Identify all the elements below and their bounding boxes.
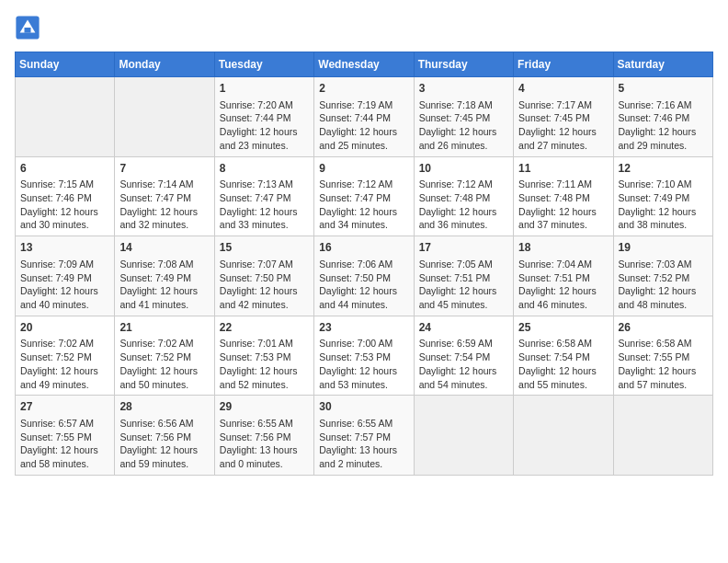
calendar-cell: 10Sunrise: 7:12 AMSunset: 7:48 PMDayligh…: [414, 156, 513, 236]
calendar-cell: 9Sunrise: 7:12 AMSunset: 7:47 PMDaylight…: [314, 156, 414, 236]
logo: [15, 15, 44, 40]
day-number: 5: [619, 81, 708, 97]
calendar-cell: 2Sunrise: 7:19 AMSunset: 7:44 PMDaylight…: [314, 77, 414, 157]
day-header-monday: Monday: [115, 52, 214, 77]
page-header: [15, 15, 713, 40]
calendar-cell: 3Sunrise: 7:18 AMSunset: 7:45 PMDaylight…: [414, 77, 513, 157]
day-number: 23: [319, 320, 408, 336]
calendar-cell: 16Sunrise: 7:06 AMSunset: 7:50 PMDayligh…: [314, 236, 414, 316]
day-number: 8: [220, 161, 309, 177]
calendar-body: 1Sunrise: 7:20 AMSunset: 7:44 PMDaylight…: [16, 77, 713, 476]
calendar-cell: 29Sunrise: 6:55 AMSunset: 7:56 PMDayligh…: [214, 396, 313, 476]
day-header-thursday: Thursday: [414, 52, 513, 77]
day-header-friday: Friday: [514, 52, 613, 77]
day-number: 16: [319, 240, 408, 256]
day-number: 25: [518, 320, 608, 336]
calendar-cell: 6Sunrise: 7:15 AMSunset: 7:46 PMDaylight…: [16, 156, 115, 236]
calendar-cell: 17Sunrise: 7:05 AMSunset: 7:51 PMDayligh…: [414, 236, 513, 316]
calendar-cell: [514, 396, 613, 476]
calendar-cell: [115, 77, 214, 157]
calendar-cell: 13Sunrise: 7:09 AMSunset: 7:49 PMDayligh…: [16, 236, 115, 316]
calendar-cell: 24Sunrise: 6:59 AMSunset: 7:54 PMDayligh…: [414, 316, 513, 396]
day-number: 11: [518, 161, 608, 177]
svg-rect-2: [25, 28, 31, 33]
calendar-week-2: 6Sunrise: 7:15 AMSunset: 7:46 PMDaylight…: [16, 156, 713, 236]
day-number: 9: [319, 161, 408, 177]
calendar-header-row: SundayMondayTuesdayWednesdayThursdayFrid…: [16, 52, 713, 77]
day-number: 24: [419, 320, 508, 336]
calendar-cell: 30Sunrise: 6:55 AMSunset: 7:57 PMDayligh…: [314, 396, 414, 476]
day-number: 22: [220, 320, 309, 336]
day-number: 3: [419, 81, 508, 97]
day-number: 13: [20, 240, 109, 256]
day-number: 26: [619, 320, 708, 336]
calendar-cell: 22Sunrise: 7:01 AMSunset: 7:53 PMDayligh…: [214, 316, 313, 396]
day-header-tuesday: Tuesday: [214, 52, 313, 77]
logo-icon: [15, 15, 40, 40]
calendar-cell: 8Sunrise: 7:13 AMSunset: 7:47 PMDaylight…: [214, 156, 313, 236]
calendar-cell: 26Sunrise: 6:58 AMSunset: 7:55 PMDayligh…: [613, 316, 712, 396]
calendar-cell: 7Sunrise: 7:14 AMSunset: 7:47 PMDaylight…: [115, 156, 214, 236]
calendar-table: SundayMondayTuesdayWednesdayThursdayFrid…: [15, 52, 713, 476]
calendar-cell: 18Sunrise: 7:04 AMSunset: 7:51 PMDayligh…: [514, 236, 613, 316]
calendar-cell: 14Sunrise: 7:08 AMSunset: 7:49 PMDayligh…: [115, 236, 214, 316]
calendar-cell: 19Sunrise: 7:03 AMSunset: 7:52 PMDayligh…: [613, 236, 712, 316]
day-number: 27: [20, 399, 109, 415]
day-number: 19: [619, 240, 708, 256]
day-number: 29: [220, 399, 309, 415]
calendar-cell: 20Sunrise: 7:02 AMSunset: 7:52 PMDayligh…: [16, 316, 115, 396]
calendar-cell: [414, 396, 513, 476]
calendar-cell: 4Sunrise: 7:17 AMSunset: 7:45 PMDaylight…: [514, 77, 613, 157]
calendar-cell: 15Sunrise: 7:07 AMSunset: 7:50 PMDayligh…: [214, 236, 313, 316]
calendar-cell: 5Sunrise: 7:16 AMSunset: 7:46 PMDaylight…: [613, 77, 712, 157]
calendar-cell: 1Sunrise: 7:20 AMSunset: 7:44 PMDaylight…: [214, 77, 313, 157]
calendar-cell: 21Sunrise: 7:02 AMSunset: 7:52 PMDayligh…: [115, 316, 214, 396]
calendar-cell: 25Sunrise: 6:58 AMSunset: 7:54 PMDayligh…: [514, 316, 613, 396]
day-number: 21: [119, 320, 209, 336]
day-number: 12: [619, 161, 708, 177]
calendar-week-1: 1Sunrise: 7:20 AMSunset: 7:44 PMDaylight…: [16, 77, 713, 157]
calendar-week-4: 20Sunrise: 7:02 AMSunset: 7:52 PMDayligh…: [16, 316, 713, 396]
day-number: 10: [419, 161, 508, 177]
day-number: 15: [220, 240, 309, 256]
day-number: 4: [518, 81, 608, 97]
calendar-cell: 28Sunrise: 6:56 AMSunset: 7:56 PMDayligh…: [115, 396, 214, 476]
day-number: 30: [319, 399, 408, 415]
day-number: 18: [518, 240, 608, 256]
day-number: 14: [119, 240, 209, 256]
day-number: 20: [20, 320, 109, 336]
calendar-cell: 12Sunrise: 7:10 AMSunset: 7:49 PMDayligh…: [613, 156, 712, 236]
day-header-wednesday: Wednesday: [314, 52, 414, 77]
calendar-cell: 11Sunrise: 7:11 AMSunset: 7:48 PMDayligh…: [514, 156, 613, 236]
calendar-week-3: 13Sunrise: 7:09 AMSunset: 7:49 PMDayligh…: [16, 236, 713, 316]
day-header-sunday: Sunday: [16, 52, 115, 77]
day-number: 1: [220, 81, 309, 97]
day-number: 2: [319, 81, 408, 97]
day-number: 17: [419, 240, 508, 256]
calendar-week-5: 27Sunrise: 6:57 AMSunset: 7:55 PMDayligh…: [16, 396, 713, 476]
calendar-cell: 23Sunrise: 7:00 AMSunset: 7:53 PMDayligh…: [314, 316, 414, 396]
calendar-cell: [613, 396, 712, 476]
calendar-cell: 27Sunrise: 6:57 AMSunset: 7:55 PMDayligh…: [16, 396, 115, 476]
calendar-cell: [16, 77, 115, 157]
day-number: 28: [119, 399, 209, 415]
day-number: 6: [20, 161, 109, 177]
day-number: 7: [119, 161, 209, 177]
day-header-saturday: Saturday: [613, 52, 712, 77]
